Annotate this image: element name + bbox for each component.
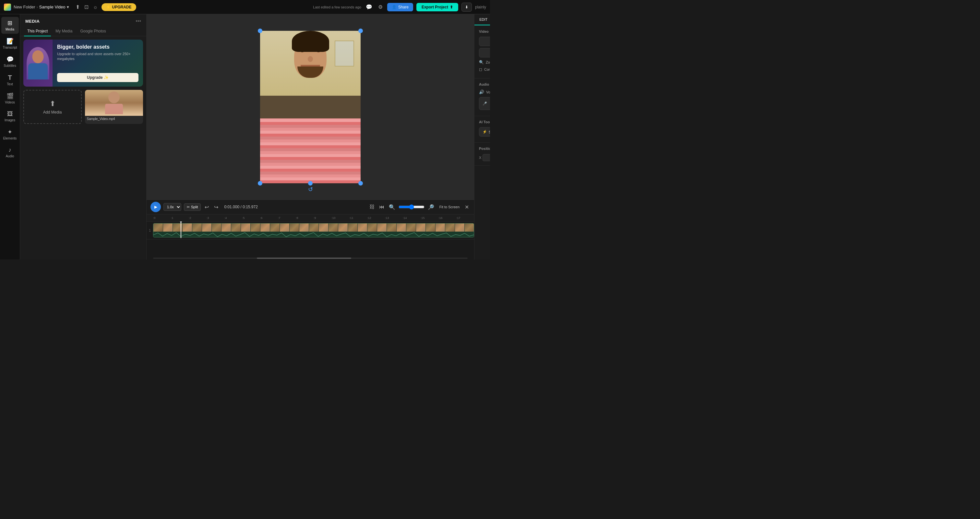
- breadcrumb: New Folder › Sample Video ▾: [14, 5, 69, 10]
- comment-icon-btn[interactable]: 💬: [364, 3, 374, 11]
- timeline-right-controls: ⛓ ⏮ 🔍 🔎 Fit to Screen ✕: [368, 203, 470, 212]
- frame-14: [290, 223, 299, 232]
- undo-button[interactable]: ↩: [203, 203, 210, 212]
- playhead[interactable]: [181, 223, 181, 238]
- timeline-ruler: :0 :1 :2 :3 :4 :5 :6 :7 :8 :9 :10 :11 :1…: [146, 215, 474, 221]
- handle-top-right[interactable]: [358, 29, 363, 33]
- frame-8: [231, 223, 241, 232]
- ruler-mark-4: :4: [224, 217, 242, 220]
- corners-label: Corners: [484, 67, 490, 72]
- track-content[interactable]: [153, 223, 474, 238]
- download-button[interactable]: ⬇: [461, 3, 472, 12]
- sidebar-item-videos[interactable]: 🎬 Videos: [1, 90, 19, 107]
- tab-edit[interactable]: EDIT: [474, 14, 490, 25]
- breadcrumb-chevron[interactable]: ▾: [67, 5, 69, 10]
- sidebar-item-media[interactable]: ⊞ Media: [1, 17, 19, 34]
- scissors-icon: ✂: [187, 205, 190, 209]
- timeline-area: ▶ 1.0x 0.5x 1.5x 2.0x ✂ Split ↩ ↪ 0:01.0…: [146, 199, 474, 260]
- timeline-scrollbar[interactable]: [153, 258, 468, 259]
- frame-19: [338, 223, 348, 232]
- breadcrumb-sep: ›: [36, 5, 38, 10]
- clean-audio-button[interactable]: 🎤 Clean Audio ✦: [479, 97, 490, 110]
- close-timeline-btn[interactable]: ✕: [463, 203, 470, 212]
- brightness-icon-btn[interactable]: ☼: [92, 3, 99, 11]
- link-tracks-btn[interactable]: ⛓: [368, 203, 376, 211]
- tab-my-media[interactable]: My Media: [52, 27, 76, 36]
- video-track[interactable]: [153, 223, 474, 237]
- ruler-mark-9: :9: [313, 217, 331, 220]
- more-options-icon[interactable]: •••: [135, 18, 141, 24]
- timeline-scrollbar-thumb[interactable]: [257, 258, 351, 259]
- ai-tools-title: AI Tools: [479, 120, 490, 124]
- share-icon: 👤: [392, 5, 397, 10]
- breadcrumb-folder[interactable]: New Folder: [14, 5, 35, 10]
- sidebar-label-transcript: Transcript: [3, 46, 17, 49]
- video-thumbnail[interactable]: Sample_Video.mp4: [85, 90, 143, 124]
- sidebar-label-elements: Elements: [3, 137, 17, 140]
- video-tool-buttons: ✂ Trim ⬛ Crop ◑ Filter ⊞ Adjust: [479, 37, 490, 57]
- zoom-out-btn[interactable]: 🔍: [388, 203, 397, 212]
- speed-selector[interactable]: 1.0x 0.5x 1.5x 2.0x: [164, 203, 181, 211]
- frame-25: [397, 223, 406, 232]
- tab-google-photos[interactable]: Google Photos: [77, 27, 109, 36]
- fit-screen-button[interactable]: Fit to Screen: [438, 204, 461, 210]
- sidebar-label-videos: Videos: [5, 100, 14, 104]
- x-value[interactable]: 0.00: [482, 154, 490, 161]
- frame-6: [212, 223, 221, 232]
- sidebar-item-audio[interactable]: ♪ Audio: [1, 144, 19, 161]
- zoom-in-btn[interactable]: 🔎: [426, 203, 436, 212]
- video-frame-container[interactable]: ↺: [260, 31, 361, 183]
- smart-cut-button[interactable]: ⚡ Smart Cut ✦: [479, 127, 490, 137]
- settings-icon-btn[interactable]: ⚙: [377, 3, 384, 11]
- handle-top-left[interactable]: [258, 29, 262, 33]
- rotate-handle[interactable]: ↺: [308, 186, 313, 193]
- main-layout: ⊞ Media 📝 Transcript 💬 Subtitles T Text …: [0, 14, 490, 260]
- sidebar-item-text[interactable]: T Text: [1, 72, 19, 89]
- frame-15: [299, 223, 309, 232]
- handle-bottom-right[interactable]: [358, 181, 363, 186]
- monitor-icon-btn[interactable]: ⊡: [83, 3, 90, 11]
- media-panel: MEDIA ••• This Project My Media Google P…: [20, 14, 146, 260]
- shirt-stripes: [260, 118, 361, 183]
- upload-icon-btn[interactable]: ⬆: [74, 3, 81, 11]
- trim-button[interactable]: ✂ Trim: [479, 37, 490, 46]
- redo-button[interactable]: ↪: [213, 203, 220, 212]
- videos-icon: 🎬: [6, 92, 14, 100]
- frame-28: [426, 223, 436, 232]
- sidebar-item-images[interactable]: 🖼 Images: [1, 108, 19, 124]
- breadcrumb-project[interactable]: Sample Video: [39, 5, 65, 10]
- frame-0: [153, 223, 163, 232]
- frame-5: [202, 223, 212, 232]
- frame-10: [251, 223, 260, 232]
- skip-start-btn[interactable]: ⏮: [378, 203, 386, 211]
- sidebar-item-transcript[interactable]: 📝 Transcript: [1, 35, 19, 52]
- upgrade-banner-button[interactable]: Upgrade ✨: [57, 73, 138, 82]
- handle-bottom-mid[interactable]: [308, 181, 313, 186]
- split-button[interactable]: ✂ Split: [184, 204, 201, 211]
- topbar: New Folder › Sample Video ▾ ⬆ ⊡ ☼ ⚡ UPGR…: [0, 0, 490, 14]
- ruler-mark-11: :11: [349, 217, 367, 220]
- upgrade-banner: Bigger, bolder assets Upgrade to upload …: [23, 40, 143, 87]
- handle-bottom-left[interactable]: [258, 181, 262, 186]
- ruler-mark-5: :5: [242, 217, 260, 220]
- text-icon: T: [8, 74, 12, 81]
- filter-button[interactable]: ◑ Filter: [479, 48, 490, 57]
- audio-section-title: Audio: [479, 83, 490, 86]
- sidebar-item-elements[interactable]: ✦ Elements: [1, 126, 19, 143]
- upgrade-button[interactable]: ⚡ UPGRADE: [102, 3, 136, 11]
- timeline-controls: ▶ 1.0x 0.5x 1.5x 2.0x ✂ Split ↩ ↪ 0:01.0…: [146, 200, 474, 215]
- upgrade-banner-title: Bigger, bolder assets: [57, 44, 138, 50]
- sidebar-item-subtitles[interactable]: 💬 Subtitles: [1, 53, 19, 70]
- frame-4: [192, 223, 202, 232]
- play-button[interactable]: ▶: [151, 202, 161, 212]
- subtitles-icon: 💬: [6, 56, 14, 63]
- add-media-button[interactable]: ⬆ Add Media: [23, 90, 82, 124]
- share-button[interactable]: 👤 Share: [387, 3, 413, 11]
- timeline-zoom-slider[interactable]: [399, 204, 425, 210]
- ruler-mark-2: :2: [189, 217, 207, 220]
- split-label: Split: [191, 205, 198, 209]
- tab-this-project[interactable]: This Project: [24, 27, 51, 36]
- audio-icon: ♪: [8, 146, 11, 153]
- sidebar-label-images: Images: [5, 118, 15, 122]
- export-button[interactable]: Export Project ⬆: [417, 3, 458, 11]
